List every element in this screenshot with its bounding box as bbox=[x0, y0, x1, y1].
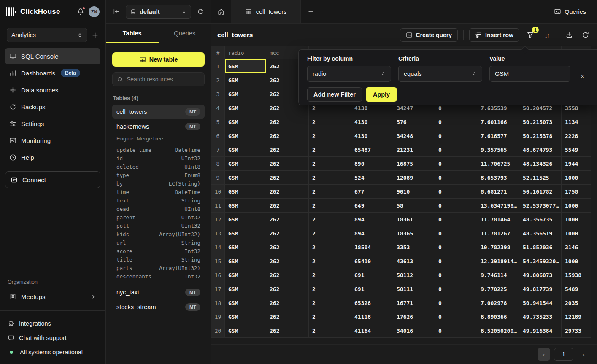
column-header[interactable]: # bbox=[211, 46, 225, 59]
apply-filter-button[interactable]: Apply bbox=[366, 87, 397, 102]
table-cell[interactable]: GSM bbox=[225, 143, 266, 157]
table-cell[interactable]: 5489 bbox=[562, 282, 591, 296]
table-cell[interactable]: GSM bbox=[225, 310, 266, 324]
table-cell[interactable]: 41164 bbox=[351, 324, 393, 338]
table-cell[interactable]: GSM bbox=[225, 254, 266, 268]
table-cell[interactable]: 43613 bbox=[393, 254, 435, 268]
table-cell[interactable]: 7.616577 bbox=[477, 129, 519, 143]
table-cell[interactable]: 0 bbox=[435, 143, 477, 157]
table-cell[interactable]: 524 bbox=[351, 171, 393, 185]
table-cell[interactable]: 1000 bbox=[562, 213, 591, 226]
table-cell[interactable]: 52.5373077… bbox=[519, 199, 562, 213]
remove-filter-button[interactable]: × bbox=[581, 73, 584, 80]
column-header[interactable]: radio bbox=[225, 46, 266, 59]
table-cell[interactable]: 50.215073 bbox=[519, 115, 562, 129]
sidebar-footer-chat-with-support[interactable]: Chat with support bbox=[5, 332, 100, 344]
table-list-item-stocks_stream[interactable]: stocks_streamMT bbox=[112, 300, 205, 314]
table-cell[interactable]: GSM bbox=[225, 324, 266, 338]
table-list-item-hackernews[interactable]: hackernewsMT bbox=[112, 119, 205, 133]
table-cell[interactable]: 691 bbox=[351, 268, 393, 282]
table-cell[interactable]: 2 bbox=[309, 143, 351, 157]
table-cell[interactable]: 6.890366 bbox=[477, 310, 519, 324]
table-cell[interactable]: 0 bbox=[435, 129, 477, 143]
table-cell[interactable]: 5549 bbox=[562, 143, 591, 157]
table-cell[interactable]: 0 bbox=[435, 157, 477, 171]
table-cell[interactable]: 0 bbox=[435, 254, 477, 268]
table-cell[interactable]: 3353 bbox=[393, 240, 435, 254]
table-cell[interactable]: 262 bbox=[266, 171, 309, 185]
table-cell[interactable]: 1000 bbox=[562, 254, 591, 268]
table-cell[interactable]: 262 bbox=[266, 254, 309, 268]
table-cell[interactable]: 13.6347198… bbox=[477, 199, 519, 213]
table-cell[interactable]: 50.215378 bbox=[519, 129, 562, 143]
table-cell[interactable]: 691 bbox=[351, 282, 393, 296]
table-cell[interactable]: 2 bbox=[309, 171, 351, 185]
table-cell[interactable]: 9.770225 bbox=[477, 282, 519, 296]
table-cell[interactable]: 65328 bbox=[351, 296, 393, 310]
home-button[interactable] bbox=[211, 0, 231, 23]
table-cell[interactable]: 8.653793 bbox=[477, 171, 519, 185]
table-cell[interactable]: 17626 bbox=[393, 310, 435, 324]
table-cell[interactable]: 9.746114 bbox=[477, 268, 519, 282]
table-cell[interactable]: 677 bbox=[351, 185, 393, 199]
sidebar-item-meetups[interactable]: Meetups bbox=[5, 289, 100, 305]
insert-row-button[interactable]: Insert row bbox=[469, 28, 519, 42]
table-cell[interactable]: GSM bbox=[225, 115, 266, 129]
table-cell[interactable]: 262 bbox=[266, 157, 309, 171]
table-cell[interactable]: 16875 bbox=[393, 157, 435, 171]
filter-button[interactable]: 1 bbox=[525, 30, 536, 40]
table-cell[interactable]: GSM bbox=[225, 157, 266, 171]
sidebar-footer-integrations[interactable]: Integrations bbox=[5, 318, 100, 329]
sort-button[interactable]: ↓↑ bbox=[541, 30, 552, 40]
table-cell[interactable]: 262 bbox=[266, 129, 309, 143]
table-cell[interactable]: GSM bbox=[225, 101, 266, 115]
table-cell[interactable]: 262 bbox=[266, 268, 309, 282]
queries-button[interactable]: Queries bbox=[550, 0, 597, 23]
table-cell[interactable]: 49.806073 bbox=[519, 268, 562, 282]
table-cell[interactable]: GSM bbox=[225, 73, 266, 87]
table-cell[interactable]: 52.11525 bbox=[519, 171, 562, 185]
table-cell[interactable]: 1758 bbox=[562, 185, 591, 199]
table-cell[interactable]: 2 bbox=[309, 268, 351, 282]
collapse-panel-button[interactable] bbox=[113, 8, 120, 15]
table-cell[interactable]: 2 bbox=[309, 213, 351, 226]
table-cell[interactable]: GSM bbox=[225, 171, 266, 185]
sidebar-item-dashboards[interactable]: DashboardsBeta bbox=[5, 65, 100, 81]
table-cell[interactable]: 2 bbox=[309, 282, 351, 296]
table-cell[interactable]: 54.3459320… bbox=[519, 254, 562, 268]
table-cell[interactable]: 262 bbox=[266, 226, 309, 240]
table-cell[interactable]: 262 bbox=[266, 310, 309, 324]
download-button[interactable] bbox=[564, 30, 575, 40]
table-cell[interactable]: 0 bbox=[435, 199, 477, 213]
table-cell[interactable]: 15938 bbox=[562, 268, 591, 282]
table-cell[interactable]: 2 bbox=[309, 240, 351, 254]
table-list-item-nyc_taxi[interactable]: nyc_taxiMT bbox=[112, 285, 205, 299]
table-cell[interactable]: 9010 bbox=[393, 185, 435, 199]
selected-cell[interactable]: GSM bbox=[225, 59, 266, 73]
table-cell[interactable]: 0 bbox=[435, 226, 477, 240]
filter-criteria-select[interactable]: equals bbox=[398, 66, 482, 82]
table-cell[interactable]: 10.782398 bbox=[477, 240, 519, 254]
tab-cell-towers[interactable]: cell_towers bbox=[231, 0, 301, 23]
panel-tab-queries[interactable]: Queries bbox=[159, 24, 211, 43]
page-number[interactable]: 1 bbox=[554, 348, 573, 361]
table-cell[interactable]: 18504 bbox=[351, 240, 393, 254]
table-cell[interactable]: 2 bbox=[309, 310, 351, 324]
filter-value-input[interactable] bbox=[489, 66, 570, 82]
workspace-select[interactable]: Analytics bbox=[7, 28, 87, 42]
table-cell[interactable]: 9.357565 bbox=[477, 143, 519, 157]
table-cell[interactable]: 0 bbox=[435, 185, 477, 199]
table-cell[interactable]: 50.101782 bbox=[519, 185, 562, 199]
table-cell[interactable]: 34016 bbox=[393, 324, 435, 338]
add-workspace-button[interactable] bbox=[92, 32, 99, 39]
table-cell[interactable]: 262 bbox=[266, 143, 309, 157]
table-cell[interactable]: 12189 bbox=[562, 310, 591, 324]
table-cell[interactable]: GSM bbox=[225, 87, 266, 101]
table-cell[interactable]: 49.916384 bbox=[519, 324, 562, 338]
table-cell[interactable]: 0 bbox=[435, 171, 477, 185]
sidebar-footer-all-systems-operational[interactable]: All systems operational bbox=[5, 346, 100, 358]
table-cell[interactable]: 649 bbox=[351, 199, 393, 213]
table-cell[interactable]: 262 bbox=[266, 296, 309, 310]
refresh-resources-button[interactable] bbox=[197, 8, 204, 15]
table-cell[interactable]: 0 bbox=[435, 213, 477, 226]
